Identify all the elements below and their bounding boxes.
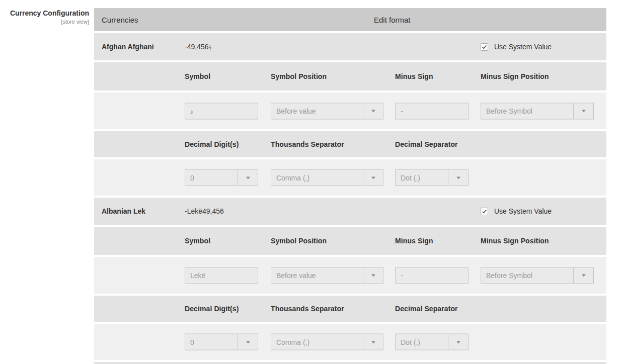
format-labels-row: Symbol Symbol Position Minus Sign Minus … xyxy=(94,227,606,255)
symbol-position-select[interactable]: Before value xyxy=(271,103,383,119)
currency-row: Afghan Afghani -49,456؋ Use System Value xyxy=(94,33,606,60)
minus-sign-label: Minus Sign xyxy=(395,237,433,245)
minus-sign-position-select[interactable]: Before Symbol xyxy=(481,103,594,119)
dropdown-arrow-icon[interactable] xyxy=(448,334,468,350)
dropdown-arrow-icon[interactable] xyxy=(573,103,593,119)
separator-inputs-row: 0 Comma (,) Dot (.) xyxy=(94,324,606,360)
dropdown-arrow-icon[interactable] xyxy=(238,170,258,186)
thousands-separator-label: Thousands Separator xyxy=(271,305,344,313)
dropdown-arrow-icon[interactable] xyxy=(363,334,383,350)
separator-inputs-row: 0 Comma (,) Dot (.) xyxy=(94,159,606,196)
thousands-separator-select[interactable]: Comma (,) xyxy=(271,169,383,186)
table-header-row: Currencies Edit format xyxy=(94,8,606,31)
currency-configuration-page: Currency Configuration [store view] Curr… xyxy=(0,0,624,364)
currencies-column-header: Currencies xyxy=(102,16,138,24)
currency-block-afghan-afghani: Afghan Afghani -49,456؋ Use System Value… xyxy=(94,33,606,196)
decimal-separator-label: Decimal Separator xyxy=(395,305,458,313)
decimal-digits-label: Decimal Digit(s) xyxy=(185,140,239,148)
checkbox-checked-icon[interactable] xyxy=(481,208,488,215)
thousands-separator-label: Thousands Separator xyxy=(271,140,344,148)
dropdown-arrow-icon[interactable] xyxy=(573,267,593,283)
format-labels-row: Symbol Symbol Position Minus Sign Minus … xyxy=(94,62,606,90)
minus-sign-position-label: Minus Sign Position xyxy=(481,72,549,80)
currency-sample-value: -49,456؋ xyxy=(185,43,211,51)
store-view-scope: [store view] xyxy=(0,18,89,25)
currency-row: Albanian Lek -Lekë49,456 Use System Valu… xyxy=(94,198,606,225)
minus-sign-position-label: Minus Sign Position xyxy=(481,237,549,245)
minus-sign-position-select[interactable]: Before Symbol xyxy=(481,267,594,284)
thousands-separator-select[interactable]: Comma (,) xyxy=(271,334,383,350)
decimal-digits-label: Decimal Digit(s) xyxy=(185,305,239,313)
currency-block-albanian-lek: Albanian Lek -Lekë49,456 Use System Valu… xyxy=(94,198,606,360)
symbol-position-label: Symbol Position xyxy=(271,237,327,245)
decimal-digits-select[interactable]: 0 xyxy=(185,169,258,186)
dropdown-arrow-icon[interactable] xyxy=(448,170,468,186)
use-system-value-label: Use System Value xyxy=(494,43,552,51)
currencies-table: Currencies Edit format Afghan Afghani -4… xyxy=(94,8,606,364)
dropdown-arrow-icon[interactable] xyxy=(363,103,383,119)
dropdown-arrow-icon[interactable] xyxy=(238,334,258,350)
page-title: Currency Configuration xyxy=(0,9,89,18)
format-inputs-row: Before value Before Symbol xyxy=(94,93,606,129)
symbol-position-select[interactable]: Before value xyxy=(271,267,383,284)
currency-name: Albanian Lek xyxy=(102,207,145,215)
decimal-separator-select[interactable]: Dot (.) xyxy=(395,334,469,350)
field-label-block: Currency Configuration [store view] xyxy=(0,9,89,25)
dropdown-arrow-icon[interactable] xyxy=(363,267,383,283)
checkbox-checked-icon[interactable] xyxy=(481,43,488,51)
use-system-value-checkbox[interactable]: Use System Value xyxy=(481,43,552,51)
symbol-label: Symbol xyxy=(185,237,210,245)
use-system-value-label: Use System Value xyxy=(494,207,552,215)
minus-sign-label: Minus Sign xyxy=(395,72,433,80)
currency-name: Afghan Afghani xyxy=(102,43,154,51)
separator-labels-row: Decimal Digit(s) Thousands Separator Dec… xyxy=(94,131,606,157)
minus-sign-input[interactable] xyxy=(395,267,469,284)
use-system-value-checkbox[interactable]: Use System Value xyxy=(481,207,552,215)
decimal-digits-select[interactable]: 0 xyxy=(185,334,258,350)
separator-labels-row: Decimal Digit(s) Thousands Separator Dec… xyxy=(94,296,606,322)
edit-format-column-header: Edit format xyxy=(374,16,411,24)
currency-sample-value: -Lekë49,456 xyxy=(185,207,224,215)
symbol-label: Symbol xyxy=(185,72,210,80)
next-currency-row-partial xyxy=(94,362,606,364)
format-inputs-row: Before value Before Symbol xyxy=(94,257,606,294)
symbol-input[interactable] xyxy=(185,267,258,284)
decimal-separator-label: Decimal Separator xyxy=(395,140,458,148)
decimal-separator-select[interactable]: Dot (.) xyxy=(395,169,469,186)
symbol-input[interactable] xyxy=(185,103,258,119)
dropdown-arrow-icon[interactable] xyxy=(363,170,383,186)
symbol-position-label: Symbol Position xyxy=(271,72,327,80)
minus-sign-input[interactable] xyxy=(395,103,469,119)
